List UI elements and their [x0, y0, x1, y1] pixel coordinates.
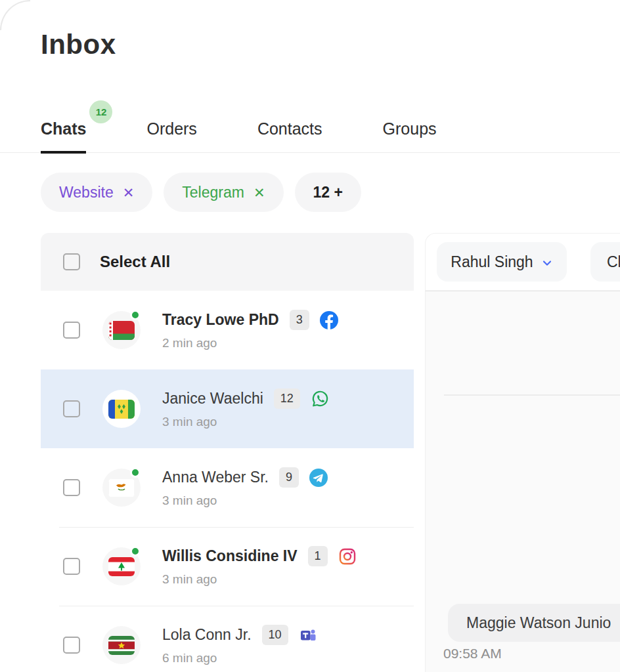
assignee-dropdown[interactable]: Rahul Singh — [437, 242, 567, 282]
tab-bar: Chats 12 Orders Contacts Groups — [41, 105, 497, 153]
chat-time: 3 min ago — [162, 415, 329, 429]
chat-name: Janice Waelchi — [162, 390, 263, 408]
conversation-divider — [444, 394, 620, 396]
close-button[interactable]: Cl — [590, 242, 620, 282]
page-title: Inbox — [41, 29, 116, 60]
chat-time: 6 min ago — [162, 651, 317, 665]
chip-telegram-label: Telegram — [182, 184, 244, 201]
facebook-icon — [320, 311, 338, 329]
chat-list-header: Select All — [41, 233, 414, 291]
filter-chip-website[interactable]: Website ✕ — [41, 173, 152, 212]
instagram-icon — [338, 547, 357, 566]
avatar — [102, 311, 141, 349]
chat-meta: Willis Considine IV 1 3 min ago — [162, 546, 357, 587]
close-button-label: Cl — [607, 253, 620, 271]
chat-name: Willis Considine IV — [162, 547, 298, 565]
tab-chats-label: Chats — [41, 119, 86, 138]
chat-name: Anna Weber Sr. — [162, 469, 269, 486]
select-all-checkbox[interactable] — [63, 253, 80, 270]
chip-website-label: Website — [59, 184, 114, 201]
chats-count-badge: 12 — [89, 100, 112, 123]
chat-meta: Janice Waelchi 12 3 min ago — [162, 388, 329, 429]
message-bubble: Maggie Watson Junio — [448, 604, 620, 642]
chat-time: 3 min ago — [162, 572, 357, 587]
chat-meta: Anna Weber Sr. 9 3 min ago — [162, 467, 328, 508]
tab-groups[interactable]: Groups — [383, 105, 437, 153]
chat-row[interactable]: Willis Considine IV 1 3 min ago — [41, 527, 414, 606]
message-timestamp: 09:58 AM — [443, 646, 502, 662]
remove-filter-icon[interactable]: ✕ — [254, 185, 265, 201]
conversation-body: Maggie Watson Junio 09:58 AM — [425, 291, 620, 672]
teams-icon — [299, 626, 317, 644]
chat-time: 3 min ago — [162, 494, 328, 508]
chat-name: Lola Conn Jr. — [162, 626, 252, 644]
avatar — [102, 626, 141, 664]
window-rounded-corner — [0, 0, 30, 30]
unread-badge: 12 — [274, 388, 300, 409]
filter-chip-telegram[interactable]: Telegram ✕ — [164, 173, 283, 212]
row-checkbox[interactable] — [63, 479, 80, 496]
tab-groups-label: Groups — [383, 119, 437, 138]
assignee-name: Rahul Singh — [451, 253, 533, 271]
telegram-icon — [309, 469, 328, 487]
chat-list: Select All — [41, 233, 414, 672]
unread-badge: 3 — [290, 310, 309, 330]
select-all-label: Select All — [100, 253, 170, 271]
filter-chips: Website ✕ Telegram ✕ 12 + — [41, 173, 361, 212]
row-checkbox[interactable] — [63, 558, 80, 575]
unread-badge: 9 — [279, 467, 299, 488]
unread-badge: 1 — [308, 546, 328, 566]
tab-contacts-label: Contacts — [257, 119, 322, 138]
suriname-flag-icon — [108, 636, 135, 655]
cyprus-flag-icon — [108, 478, 135, 497]
avatar — [102, 469, 141, 507]
chat-row[interactable]: Anna Weber Sr. 9 3 min ago — [41, 448, 414, 527]
chevron-down-icon — [541, 257, 553, 269]
row-checkbox[interactable] — [63, 322, 80, 339]
whatsapp-icon — [311, 390, 329, 408]
belarus-flag-icon — [108, 321, 135, 340]
row-checkbox[interactable] — [63, 400, 80, 417]
chat-meta: Lola Conn Jr. 10 6 min ago — [162, 625, 317, 665]
chat-time: 2 min ago — [162, 336, 338, 350]
avatar — [102, 547, 141, 585]
filter-chip-more[interactable]: 12 + — [295, 173, 361, 212]
inbox-page: Inbox Chats 12 Orders Contacts Groups We… — [0, 0, 620, 672]
st-vincent-flag-icon — [108, 400, 135, 419]
tab-orders[interactable]: Orders — [146, 105, 196, 153]
row-checkbox[interactable] — [63, 637, 80, 654]
chat-row[interactable]: Janice Waelchi 12 3 min ago — [41, 369, 414, 448]
tab-contacts[interactable]: Contacts — [257, 105, 322, 153]
conversation-header: Rahul Singh Cl — [425, 233, 620, 291]
unread-badge: 10 — [262, 625, 288, 645]
chip-more-label: 12 + — [313, 184, 343, 201]
online-indicator — [130, 467, 141, 478]
chat-row[interactable]: Tracy Lowe PhD 3 2 min ago — [41, 291, 414, 369]
chat-meta: Tracy Lowe PhD 3 2 min ago — [162, 310, 338, 350]
chat-name: Tracy Lowe PhD — [162, 311, 279, 329]
online-indicator — [130, 546, 141, 556]
remove-filter-icon[interactable]: ✕ — [123, 185, 135, 201]
lebanon-flag-icon — [108, 557, 135, 576]
tab-chats[interactable]: Chats 12 — [41, 105, 86, 153]
tab-orders-label: Orders — [146, 119, 196, 138]
online-indicator — [130, 310, 141, 320]
avatar — [102, 390, 141, 428]
chat-row[interactable]: Lola Conn Jr. 10 6 min ago — [41, 606, 414, 672]
